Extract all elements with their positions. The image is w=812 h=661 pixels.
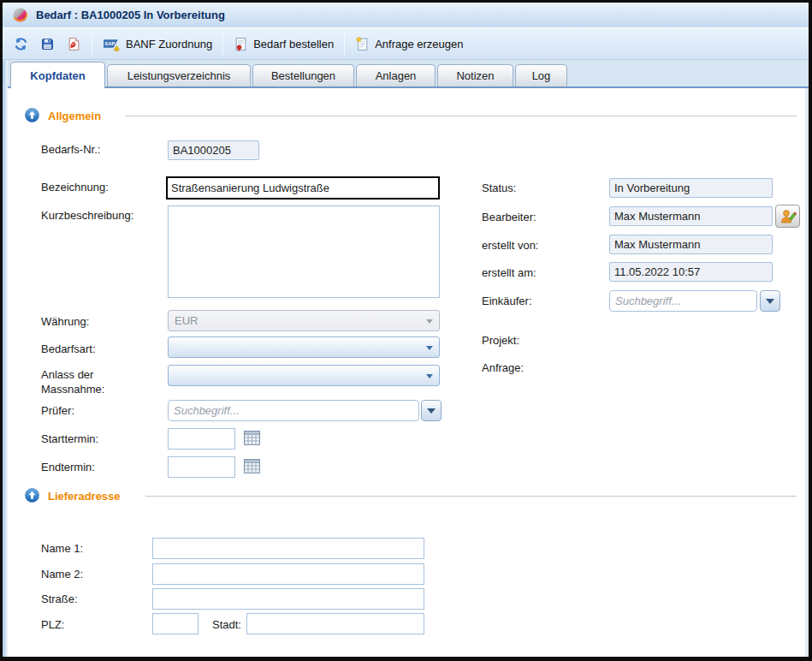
endtermin-input[interactable] [168, 456, 235, 478]
toolbar-separator [222, 33, 223, 55]
chevron-down-icon [427, 408, 436, 418]
status-label: Status: [482, 182, 516, 194]
window-title: Bedarf : BA1000205 In Vorbereitung [36, 9, 225, 21]
erstellt-von-label: erstellt von: [482, 239, 538, 252]
plz-input[interactable] [152, 613, 199, 634]
bedarf-bestellen-button[interactable]: Bedarf bestellen [228, 32, 340, 56]
anfrage-erzeugen-button[interactable]: Anfrage erzeugen [349, 32, 469, 56]
calendar-icon [244, 458, 260, 473]
save-button[interactable] [34, 32, 61, 56]
name1-input[interactable] [152, 538, 424, 559]
endtermin-label: Endtermin: [41, 461, 95, 473]
einkaeufer-dropdown-button[interactable] [760, 290, 780, 312]
stadt-input[interactable] [246, 613, 424, 634]
tab-underline [3, 86, 809, 88]
chevron-down-icon [426, 374, 433, 382]
endtermin-calendar-button[interactable] [242, 458, 261, 476]
frame-strip-right [805, 88, 809, 657]
plz-label: PLZ: [41, 618, 64, 631]
einkaeufer-combo-input[interactable] [609, 290, 757, 312]
tab-log[interactable]: Log [515, 64, 567, 86]
anlass-label-line2: Massnahme: [41, 383, 104, 396]
bedarfsnr-label: Bedarfs-Nr.: [41, 143, 100, 156]
anlass-value [169, 366, 439, 372]
strasse-label: Straße: [41, 593, 78, 605]
einkaeufer-label: Einkäufer: [482, 295, 532, 307]
starttermin-calendar-button[interactable] [242, 430, 261, 448]
bedarfsnr-field[interactable] [168, 140, 259, 160]
edit-bearbeiter-button[interactable] [775, 205, 800, 228]
name2-input[interactable] [152, 563, 424, 585]
erstellt-von-field [609, 235, 773, 254]
bezeichnung-input[interactable] [166, 176, 440, 199]
calendar-icon [244, 430, 260, 445]
collapse-arrow-icon[interactable] [25, 488, 39, 503]
save-icon [40, 37, 55, 51]
refresh-icon [14, 37, 28, 51]
kurzbeschreibung-label: Kurzbeschreibung: [41, 209, 133, 222]
title-bar: Bedarf : BA1000205 In Vorbereitung [3, 3, 809, 28]
kurzbeschreibung-textarea[interactable] [168, 205, 440, 298]
section-divider [125, 116, 797, 116]
toolbar-separator [92, 33, 92, 55]
bezeichnung-label: Bezeichnung: [41, 181, 109, 194]
chevron-down-icon [766, 299, 774, 308]
anfrage-erzeugen-label: Anfrage erzeugen [375, 38, 463, 51]
chevron-down-icon [426, 319, 433, 327]
waehrung-value: EUR [169, 311, 439, 330]
name2-label: Name 2: [41, 568, 83, 581]
bedarfsart-dropdown[interactable] [168, 336, 440, 358]
status-field [609, 178, 773, 198]
frame-strip-left [3, 60, 8, 657]
pruefer-label: Prüfer: [41, 404, 74, 417]
pruefer-combo-input[interactable] [168, 400, 419, 421]
stadt-label: Stadt: [212, 618, 241, 631]
banf-zuordnung-label: BANF Zuordnung [126, 38, 212, 51]
anlass-dropdown[interactable] [168, 365, 440, 386]
tab-bestellungen[interactable]: Bestellungen [252, 64, 354, 86]
waehrung-dropdown: EUR [168, 310, 440, 331]
pruefer-dropdown-button[interactable] [421, 400, 442, 421]
anlass-label-line1: Anlass der [41, 368, 93, 381]
tab-kopfdaten[interactable]: Kopfdaten [10, 62, 105, 88]
collapse-arrow-icon[interactable] [25, 108, 39, 122]
erstellt-am-label: erstellt am: [482, 266, 536, 279]
bedarf-window: Bedarf : BA1000205 In Vorbereitung [0, 0, 812, 661]
tab-notizen[interactable]: Notizen [437, 64, 513, 86]
strasse-input[interactable] [152, 588, 424, 610]
pdf-export-icon [67, 37, 81, 51]
tab-anlagen[interactable]: Anlagen [356, 64, 436, 86]
anfrage-label: Anfrage: [482, 361, 524, 374]
bedarfsart-label: Bedarfsart: [41, 342, 96, 355]
bearbeiter-label: Bearbeiter: [482, 211, 536, 223]
banf-zuordnung-button[interactable]: SAP BANF Zuordnung [97, 32, 218, 56]
tab-bar: Kopfdaten Leistungsverzeichnis Bestellun… [3, 60, 809, 88]
sap-transfer-icon: SAP [103, 37, 121, 51]
bedarf-bestellen-label: Bedarf bestellen [253, 38, 334, 51]
refresh-button[interactable] [8, 32, 34, 56]
section-divider [145, 496, 797, 497]
svg-text:SAP: SAP [104, 41, 115, 46]
toolbar-separator [344, 33, 345, 55]
starttermin-label: Starttermin: [41, 432, 98, 445]
name1-label: Name 1: [41, 542, 83, 555]
section-allgemein: Allgemein [48, 110, 101, 122]
app-logo-icon [12, 7, 28, 23]
pdf-export-button[interactable] [61, 32, 87, 56]
toolbar: SAP BANF Zuordnung Bedarf bestellen [3, 28, 809, 60]
starttermin-input[interactable] [168, 428, 235, 450]
new-request-icon [355, 37, 370, 51]
edit-user-icon [779, 208, 797, 225]
tab-leistungsverzeichnis[interactable]: Leistungsverzeichnis [107, 64, 251, 86]
waehrung-label: Währung: [41, 315, 89, 328]
bedarfsart-value [169, 337, 439, 344]
chevron-down-icon [426, 346, 433, 354]
erstellt-am-field [609, 262, 773, 282]
bearbeiter-field [609, 206, 773, 226]
section-lieferadresse: Lieferadresse [48, 490, 121, 503]
projekt-label: Projekt: [482, 334, 519, 347]
order-document-icon [234, 37, 248, 51]
